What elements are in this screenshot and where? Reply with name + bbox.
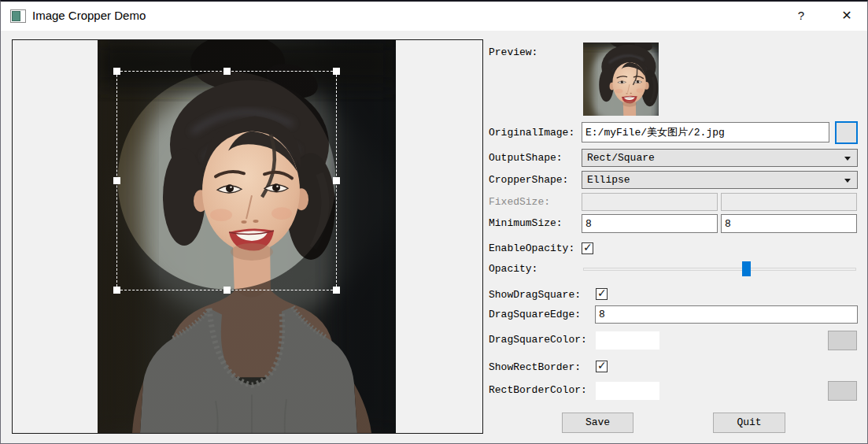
show-rect-border-label: ShowRectBorder: — [489, 361, 581, 373]
rect-border-color-label: RectBorderColor: — [489, 384, 587, 396]
source-image — [98, 40, 396, 433]
enable-opacity-checkbox[interactable] — [582, 242, 593, 254]
drag-handle-middle-right[interactable] — [333, 177, 340, 184]
show-drag-square-label: ShowDragSquare: — [489, 289, 581, 301]
drag-handle-middle-left[interactable] — [113, 177, 120, 184]
cropper-canvas — [12, 39, 483, 434]
opacity-slider[interactable] — [583, 261, 856, 276]
drag-handle-bottom-left[interactable] — [113, 287, 120, 294]
help-button[interactable]: ? — [788, 6, 814, 25]
app-icon — [10, 9, 26, 23]
opacity-slider-handle[interactable] — [742, 261, 751, 276]
original-image-label: OriginalImage: — [489, 127, 574, 139]
opacity-label: Opacity: — [489, 263, 537, 275]
original-image-input[interactable] — [582, 122, 829, 142]
browse-button[interactable] — [835, 121, 858, 144]
app-window: Image Cropper Demo ? ✕ Preview: Original… — [0, 0, 868, 444]
cropper-shape-label: CropperShape: — [489, 174, 568, 186]
drag-square-edge-label: DragSquareEdge: — [489, 309, 581, 320]
drag-handle-bottom-middle[interactable] — [223, 287, 231, 294]
output-shape-select[interactable]: Rect/Square — [582, 149, 858, 167]
minimum-size-label: MinimumSize: — [489, 217, 563, 229]
enable-opacity-label: EnableOpacity: — [489, 242, 574, 254]
minimum-size-height-input[interactable] — [721, 214, 857, 233]
opacity-slider-track[interactable] — [583, 268, 856, 271]
drag-square-color-picker-button[interactable] — [828, 331, 857, 350]
show-drag-square-checkbox[interactable] — [596, 288, 608, 300]
cropper-shape-value: Ellipse — [587, 174, 630, 186]
drag-square-color-swatch — [596, 331, 659, 350]
window-title: Image Cropper Demo — [32, 9, 146, 22]
output-shape-label: OutputShape: — [489, 152, 563, 164]
chevron-down-icon — [844, 157, 851, 161]
preview-thumbnail — [583, 43, 659, 116]
quit-button[interactable]: Quit — [713, 413, 785, 433]
close-button[interactable]: ✕ — [832, 6, 862, 25]
rect-border-color-swatch — [596, 382, 659, 400]
cropper-shape-select[interactable]: Ellipse — [582, 171, 858, 189]
fixed-size-width-input — [582, 193, 718, 211]
crop-selection[interactable] — [116, 71, 337, 290]
save-button[interactable]: Save — [562, 413, 633, 433]
show-rect-border-checkbox[interactable] — [596, 361, 608, 372]
drag-handle-top-left[interactable] — [113, 68, 120, 75]
drag-handle-top-right[interactable] — [333, 68, 340, 75]
output-shape-value: Rect/Square — [587, 152, 655, 164]
drag-handle-bottom-right[interactable] — [333, 287, 340, 294]
fixed-size-label: FixedSize: — [489, 196, 550, 208]
title-bar: Image Cropper Demo ? ✕ — [1, 2, 867, 31]
preview-label: Preview: — [489, 46, 537, 58]
drag-square-color-label: DragSquareColor: — [489, 334, 587, 346]
fixed-size-height-input — [721, 193, 857, 211]
rect-border-color-picker-button[interactable] — [828, 381, 857, 401]
drag-handle-top-middle[interactable] — [223, 68, 231, 75]
drag-square-edge-input[interactable] — [595, 305, 858, 324]
chevron-down-icon — [844, 179, 851, 183]
minimum-size-width-input[interactable] — [582, 214, 718, 233]
